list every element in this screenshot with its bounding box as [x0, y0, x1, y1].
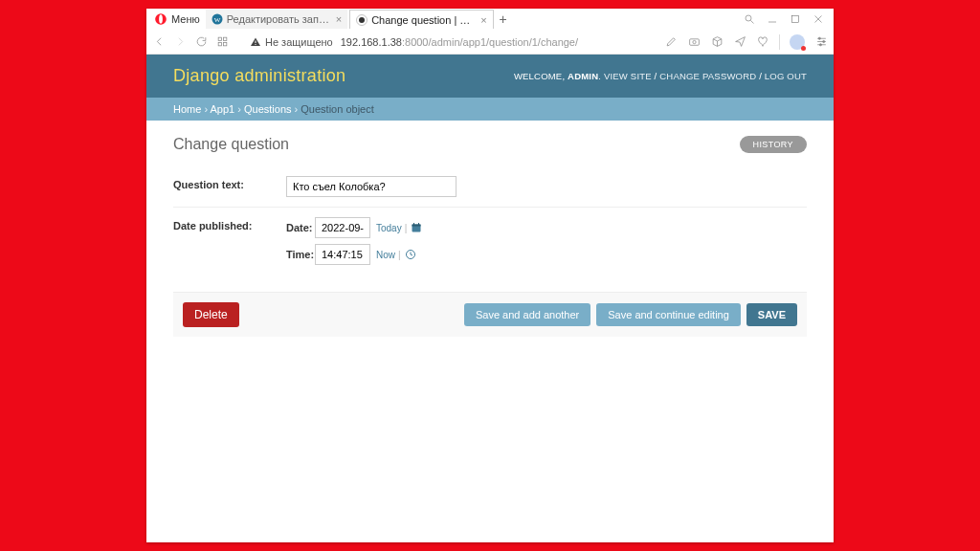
url-host: 192.168.1.38 [341, 36, 402, 48]
svg-rect-18 [256, 44, 256, 45]
date-label: Date: [286, 222, 315, 233]
titlebar: Меню W Редактировать запись "П… × Change… [146, 9, 834, 30]
toolbar-right [664, 34, 828, 50]
warning-icon [250, 36, 261, 48]
date-input[interactable] [315, 217, 370, 238]
security-indicator[interactable]: Не защищено [250, 36, 333, 48]
delete-button[interactable]: Delete [183, 302, 239, 327]
svg-rect-10 [792, 16, 799, 23]
tab-label: Редактировать запись "П… [227, 13, 332, 25]
time-label: Time: [286, 249, 315, 260]
calendar-icon[interactable] [410, 221, 423, 234]
question-text-label: Question text: [173, 176, 286, 197]
svg-rect-16 [223, 43, 226, 46]
date-subrow: Date: Today | [286, 217, 423, 238]
svg-line-33 [411, 254, 412, 255]
page-title: Change question [173, 136, 289, 153]
new-tab-button[interactable]: + [496, 11, 511, 27]
save-button[interactable]: SAVE [746, 303, 797, 326]
time-subrow: Time: Now | [286, 244, 423, 265]
today-link[interactable]: Today [376, 223, 402, 233]
date-published-label: Date published: [173, 217, 286, 271]
svg-line-8 [751, 21, 754, 24]
svg-point-6 [359, 17, 365, 23]
url-path: :8000/admin/app1/question/1/change/ [402, 36, 578, 48]
svg-text:W: W [213, 16, 220, 24]
search-icon[interactable] [744, 13, 755, 25]
history-button[interactable]: HISTORY [740, 136, 807, 153]
svg-point-24 [818, 37, 820, 39]
breadcrumb: Home › App1 › Questions › Question objec… [146, 98, 834, 121]
field-row-date-published: Date published: Date: Today | Time: Now … [173, 207, 807, 280]
user-links: WELCOME, ADMIN. VIEW SITE / CHANGE PASSW… [514, 71, 807, 81]
send-icon[interactable] [733, 35, 746, 49]
breadcrumb-home[interactable]: Home [173, 103, 201, 115]
address-bar: Не защищено 192.168.1.38:8000/admin/app1… [146, 30, 834, 55]
url-display[interactable]: 192.168.1.38:8000/admin/app1/question/1/… [341, 36, 578, 48]
browser-tab-wordpress[interactable]: W Редактировать запись "П… × [206, 10, 347, 29]
logout-link[interactable]: LOG OUT [765, 71, 807, 81]
opera-logo-icon [154, 12, 167, 26]
field-row-question-text: Question text: [173, 166, 807, 207]
edit-icon[interactable] [664, 35, 678, 49]
svg-rect-17 [256, 40, 256, 43]
svg-rect-14 [223, 37, 226, 40]
svg-rect-15 [218, 43, 221, 46]
content-heading-row: Change question HISTORY [173, 136, 807, 153]
maximize-icon[interactable] [790, 13, 801, 25]
breadcrumb-model[interactable]: Questions [244, 103, 292, 115]
view-site-link[interactable]: VIEW SITE [604, 71, 652, 81]
breadcrumb-current: Question object [301, 103, 373, 115]
close-icon[interactable]: × [336, 13, 342, 25]
svg-rect-28 [412, 225, 421, 227]
content: Change question HISTORY Question text: D… [146, 121, 834, 337]
browser-menu-label[interactable]: Меню [171, 13, 200, 25]
cube-icon[interactable] [710, 35, 724, 49]
profile-avatar-icon[interactable] [790, 34, 805, 50]
svg-point-25 [822, 40, 824, 42]
svg-rect-30 [418, 223, 419, 226]
nav-forward-icon[interactable] [173, 35, 187, 49]
change-password-link[interactable]: CHANGE PASSWORD [659, 71, 756, 81]
apps-icon[interactable] [215, 35, 229, 49]
now-link[interactable]: Now [376, 250, 395, 260]
camera-icon[interactable] [687, 35, 701, 49]
django-header: Django administration WELCOME, ADMIN. VI… [146, 55, 834, 98]
time-input[interactable] [315, 244, 370, 265]
question-text-input[interactable] [286, 176, 457, 197]
wordpress-icon: W [212, 13, 223, 25]
security-label: Не защищено [265, 36, 333, 48]
svg-rect-19 [689, 39, 699, 46]
svg-point-26 [819, 44, 821, 46]
clock-icon[interactable] [404, 248, 417, 261]
breadcrumb-app[interactable]: App1 [211, 103, 235, 115]
close-icon[interactable]: × [480, 14, 486, 26]
tab-label: Change question | Django [371, 14, 477, 26]
browser-tab-django[interactable]: Change question | Django × [349, 10, 493, 29]
nav-back-icon[interactable] [152, 35, 166, 49]
easy-setup-icon[interactable] [814, 35, 828, 49]
heart-icon[interactable] [756, 35, 769, 49]
svg-point-7 [746, 15, 751, 21]
window-controls [744, 13, 830, 25]
django-favicon-icon [356, 14, 368, 26]
browser-window: Меню W Редактировать запись "П… × Change… [146, 9, 834, 542]
save-add-another-button[interactable]: Save and add another [464, 303, 590, 326]
svg-point-20 [692, 40, 695, 43]
site-title[interactable]: Django administration [173, 66, 345, 86]
svg-point-2 [159, 14, 163, 23]
submit-row: Delete Save and add another Save and con… [173, 292, 807, 337]
minimize-icon[interactable] [767, 13, 778, 25]
welcome-label: WELCOME, [514, 71, 565, 81]
close-window-icon[interactable] [813, 13, 824, 25]
svg-rect-29 [413, 223, 414, 226]
current-user: ADMIN [568, 71, 598, 81]
svg-rect-13 [218, 37, 221, 40]
save-continue-button[interactable]: Save and continue editing [596, 303, 741, 326]
reload-icon[interactable] [194, 35, 208, 49]
